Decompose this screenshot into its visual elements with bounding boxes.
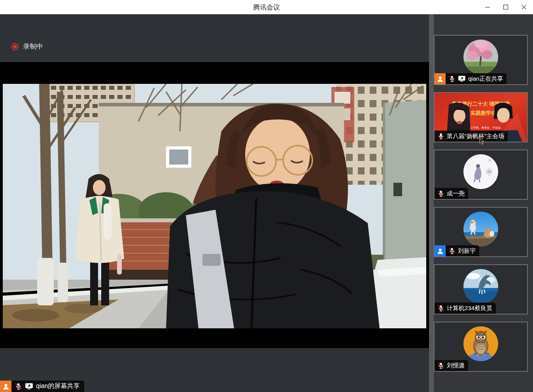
recording-indicator[interactable]: 录制中 xyxy=(11,42,43,51)
shared-screen-stage: 录制中 xyxy=(0,14,429,392)
mic-muted-icon xyxy=(437,190,444,197)
avatar-dolphin-ocean xyxy=(463,269,498,304)
participants-sidebar: qian正在共享 青春践行二十大 强国有我 第八届 实践教学优 大 xyxy=(434,14,533,392)
avatar-cherry-blossom xyxy=(463,40,498,74)
participant-tile-qian[interactable]: qian正在共享 xyxy=(434,35,528,85)
person-icon xyxy=(2,383,10,390)
mic-muted-icon xyxy=(437,362,444,369)
mic-muted-icon xyxy=(437,305,444,312)
stage-sidebar-divider xyxy=(429,14,434,392)
person-icon xyxy=(437,247,444,255)
participant-name: 刘憬潞 xyxy=(447,362,465,369)
screen-share-icon xyxy=(458,76,466,82)
participant-tile-main-venue[interactable]: 青春践行二十大 强国有我 第八届 实践教学优 大赛 思主义学院、教务处、学生处 … xyxy=(434,92,528,142)
close-icon xyxy=(521,4,527,10)
maximize-button[interactable] xyxy=(497,0,515,14)
meeting-window: 腾讯会议 录制中 xyxy=(0,0,533,392)
shared-video-scene xyxy=(0,84,429,328)
window-controls xyxy=(478,0,533,14)
mic-on-icon xyxy=(437,133,444,140)
participant-name: 刘新宇 xyxy=(458,247,476,255)
host-badge xyxy=(435,73,446,84)
minimize-button[interactable] xyxy=(478,0,497,14)
share-overlay-label: qian的屏幕共享 xyxy=(36,382,79,390)
mouse-cursor xyxy=(479,138,485,146)
close-button[interactable] xyxy=(515,0,533,14)
titlebar: 腾讯会议 xyxy=(0,0,533,14)
participant-name: 第八届“扬帆杯”主会场 xyxy=(447,133,504,140)
app-body: 录制中 xyxy=(0,14,533,392)
host-badge xyxy=(0,381,11,392)
screen-share-icon xyxy=(25,383,33,390)
participant-tile-cailianghao[interactable]: 计算机234蔡良昊 xyxy=(434,264,528,314)
participant-name: qian正在共享 xyxy=(468,75,503,83)
mic-muted-icon xyxy=(448,75,456,82)
record-dot-icon xyxy=(11,43,19,51)
avatar-watercolor-figure xyxy=(463,154,498,189)
minimize-icon xyxy=(485,4,490,10)
person-icon xyxy=(437,75,444,83)
screen-share-overlay: qian的屏幕共享 xyxy=(0,381,84,392)
recording-label: 录制中 xyxy=(23,42,43,51)
mic-muted-icon xyxy=(15,383,22,390)
cohost-badge xyxy=(435,245,446,256)
participant-tile-liuxinyu[interactable]: 刘新宇 xyxy=(434,207,528,257)
participant-tile-chengyiyao[interactable]: 成一尧 xyxy=(434,150,528,200)
window-title: 腾讯会议 xyxy=(0,0,533,14)
participant-name: 计算机234蔡良昊 xyxy=(447,305,492,312)
maximize-icon xyxy=(503,4,508,10)
avatar-cats-by-sea xyxy=(463,212,498,246)
participant-tile-liujinglu[interactable]: 刘憬潞 xyxy=(434,322,528,372)
mic-muted-icon xyxy=(448,247,456,254)
participant-name: 成一尧 xyxy=(447,190,465,197)
avatar-cartoon-owl xyxy=(463,326,498,361)
shared-video-frame xyxy=(0,62,429,348)
